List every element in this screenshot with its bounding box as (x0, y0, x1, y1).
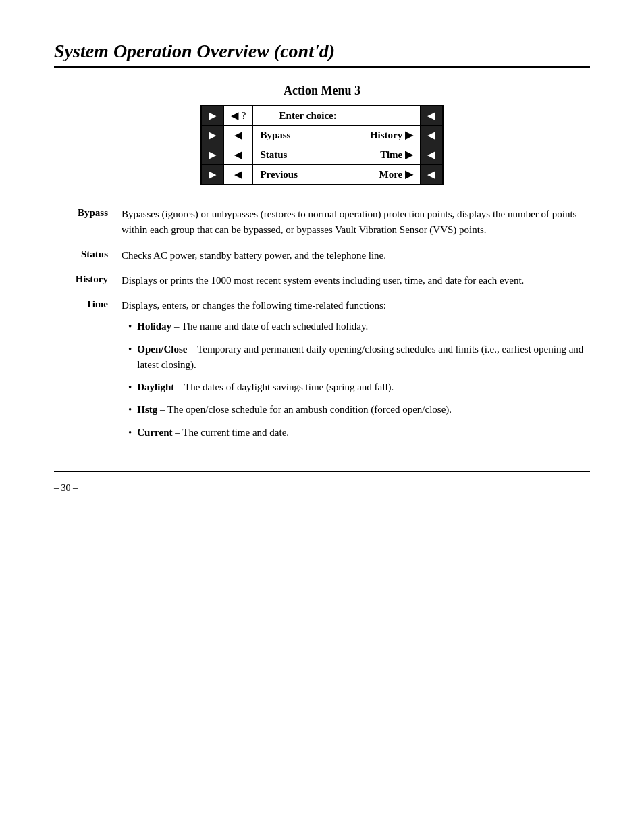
time-bullet-hstg-text: – The open/close schedule for an ambush … (157, 404, 452, 415)
time-bullet-openclose-bold: Open/Close (137, 344, 187, 355)
def-desc-bypass: Bypasses (ignores) or unbypasses (restor… (122, 207, 590, 238)
menu-row2-left-arrow: ◀ (224, 126, 253, 145)
menu-row2-left-dark-arrow: ▶ (201, 126, 224, 145)
def-desc-time: Displays, enters, or changes the followi… (122, 298, 590, 447)
menu-row-4: ▶ ◀ Previous More ▶ ◀ (201, 165, 443, 185)
menu-row1-end-arrow: ◀ (421, 105, 444, 126)
def-row-time: Time Displays, enters, or changes the fo… (54, 298, 590, 447)
menu-row3-left-arrow: ◀ (224, 145, 253, 165)
footer-divider (54, 471, 590, 473)
menu-row1-left-dark-arrow: ▶ (201, 105, 224, 126)
menu-row2-end-arrow: ◀ (421, 126, 444, 145)
time-bullet-openclose-text: – Temporary and permanent daily opening/… (137, 344, 583, 370)
definitions-section: Bypass Bypasses (ignores) or unbypasses … (54, 207, 590, 447)
time-bullet-openclose-content: Open/Close – Temporary and permanent dai… (137, 342, 590, 373)
def-term-status: Status (54, 248, 122, 260)
time-bullet-holiday-bold: Holiday (137, 321, 171, 332)
menu-row4-left-arrow: ◀ (224, 165, 253, 185)
time-bullet-current-content: Current – The current time and date. (137, 425, 289, 440)
action-menu-table: ▶ ◀ ? Enter choice: ◀ ▶ ◀ Bypass History… (200, 105, 444, 185)
menu-row4-end-arrow: ◀ (421, 165, 444, 185)
def-row-bypass: Bypass Bypasses (ignores) or unbypasses … (54, 207, 590, 238)
menu-row-2: ▶ ◀ Bypass History ▶ ◀ (201, 126, 443, 145)
menu-row4-right-label: More ▶ (363, 165, 420, 185)
menu-row3-left-dark-arrow: ▶ (201, 145, 224, 165)
def-desc-history: Displays or prints the 1000 most recent … (122, 273, 590, 288)
menu-row2-label: Bypass (253, 126, 363, 145)
time-bullet-holiday-text: – The name and date of each scheduled ho… (171, 321, 368, 332)
menu-row2-right-label: History ▶ (363, 126, 420, 145)
page-number: – 30 – (54, 483, 590, 494)
time-bullet-hstg-bold: Hstg (137, 404, 157, 415)
time-bullet-current-text: – The current time and date. (172, 427, 289, 438)
menu-row4-label: Previous (253, 165, 363, 185)
def-term-time: Time (54, 298, 122, 310)
def-term-history: History (54, 273, 122, 285)
time-bullet-current: Current – The current time and date. (122, 425, 590, 440)
time-bullet-hstg-content: Hstg – The open/close schedule for an am… (137, 402, 452, 417)
menu-row3-label: Status (253, 145, 363, 165)
menu-row3-end-arrow: ◀ (421, 145, 444, 165)
action-menu-title: Action Menu 3 (54, 84, 590, 98)
def-desc-status: Checks AC power, standby battery power, … (122, 248, 590, 263)
time-bullet-holiday-content: Holiday – The name and date of each sche… (137, 319, 368, 334)
menu-row4-left-dark-arrow: ▶ (201, 165, 224, 185)
action-menu-table-wrapper: ▶ ◀ ? Enter choice: ◀ ▶ ◀ Bypass History… (54, 105, 590, 185)
menu-row3-right-label: Time ▶ (363, 145, 420, 165)
menu-row-3: ▶ ◀ Status Time ▶ ◀ (201, 145, 443, 165)
menu-row-1: ▶ ◀ ? Enter choice: ◀ (201, 105, 443, 126)
time-bullet-daylight-content: Daylight – The dates of daylight savings… (137, 380, 394, 395)
time-bullet-holiday: Holiday – The name and date of each sche… (122, 319, 590, 334)
menu-row1-center: Enter choice: (253, 105, 363, 126)
page-title: System Operation Overview (cont'd) (54, 41, 590, 68)
time-bullet-daylight-text: – The dates of daylight savings time (sp… (174, 382, 394, 392)
time-bullet-daylight-bold: Daylight (137, 382, 174, 392)
menu-row1-right-text (363, 105, 420, 126)
def-term-bypass: Bypass (54, 207, 122, 219)
time-bullet-openclose: Open/Close – Temporary and permanent dai… (122, 342, 590, 373)
time-bullets-list: Holiday – The name and date of each sche… (122, 319, 590, 440)
def-desc-time-intro: Displays, enters, or changes the followi… (122, 300, 386, 311)
menu-row1-left-arrow: ◀ ? (224, 105, 253, 126)
def-row-history: History Displays or prints the 1000 most… (54, 273, 590, 288)
time-bullet-daylight: Daylight – The dates of daylight savings… (122, 380, 590, 395)
time-bullet-current-bold: Current (137, 427, 172, 438)
time-bullet-hstg: Hstg – The open/close schedule for an am… (122, 402, 590, 417)
def-row-status: Status Checks AC power, standby battery … (54, 248, 590, 263)
